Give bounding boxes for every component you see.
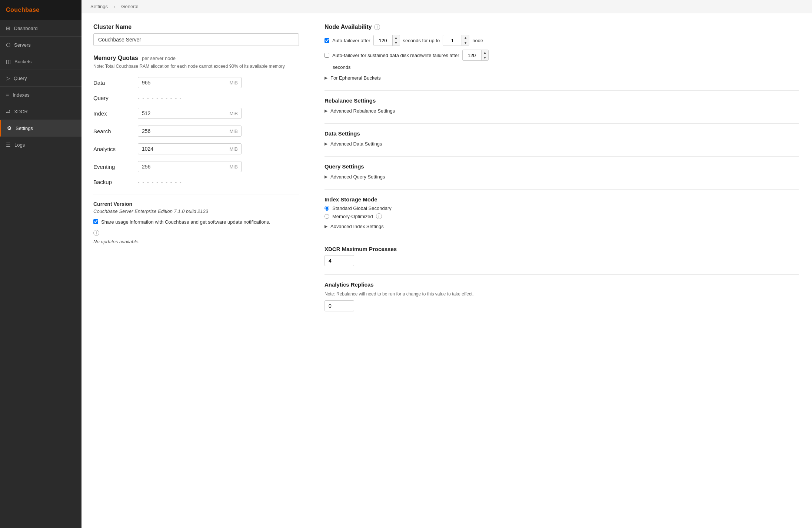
- radio-memory-input[interactable]: [325, 214, 329, 219]
- spinner-disk-up[interactable]: ▲: [482, 50, 489, 55]
- spinner-nodes-down[interactable]: ▼: [462, 40, 469, 46]
- quota-row-analytics: Analytics MiB: [93, 143, 299, 154]
- quota-unit-data: MiB: [230, 80, 238, 86]
- share-usage-label: Share usage information with Couchbase a…: [101, 218, 270, 226]
- autofailover-seconds-spinner[interactable]: ▲ ▼: [373, 35, 400, 46]
- quota-row-eventing: Eventing MiB: [93, 161, 299, 172]
- quota-input-index[interactable]: [138, 108, 242, 119]
- disk-failover-seconds-input[interactable]: [463, 50, 481, 60]
- divider-1: [325, 90, 799, 91]
- sidebar-item-logs[interactable]: ☰ Logs: [0, 137, 81, 153]
- data-settings-section: Data Settings ▶ Advanced Data Settings: [325, 130, 799, 148]
- spinner-btns-disk: ▲ ▼: [481, 50, 489, 60]
- autofailover-checkbox[interactable]: [325, 38, 329, 43]
- quota-input-data[interactable]: [138, 77, 242, 88]
- xdcr-input[interactable]: [325, 255, 354, 266]
- advanced-rebalance-row[interactable]: ▶ Advanced Rebalance Settings: [325, 107, 799, 115]
- cluster-name-input[interactable]: [93, 33, 299, 46]
- node-avail-info-icon[interactable]: i: [374, 24, 380, 30]
- breadcrumb-sep: ›: [114, 4, 115, 9]
- quota-label-eventing: Eventing: [93, 164, 138, 170]
- share-usage-checkbox[interactable]: [93, 219, 98, 224]
- sidebar-item-label: Logs: [14, 142, 25, 148]
- spinner-disk-down[interactable]: ▼: [482, 55, 489, 60]
- quota-unit-eventing: MiB: [230, 164, 238, 170]
- quota-dashes-query: - - - - - - - - - -: [138, 95, 182, 101]
- analytics-replicas-title: Analytics Replicas: [325, 281, 799, 288]
- disk-failover-checkbox[interactable]: [325, 53, 329, 58]
- radio-memory-label: Memory-Optimized: [332, 214, 373, 219]
- autofailover-nodes-spinner[interactable]: ▲ ▼: [443, 35, 469, 46]
- sidebar-item-label: Buckets: [14, 59, 31, 64]
- quota-row-query: Query - - - - - - - - - -: [93, 95, 299, 101]
- quota-input-eventing[interactable]: [138, 161, 242, 172]
- indexes-icon: ≡: [6, 92, 9, 98]
- quota-label-data: Data: [93, 80, 138, 86]
- ephemeral-buckets-row[interactable]: ▶ For Ephemeral Buckets: [325, 74, 799, 82]
- breadcrumb-settings[interactable]: Settings: [90, 4, 108, 9]
- quota-input-wrap-eventing: MiB: [138, 161, 242, 172]
- memory-quotas-header: Memory Quotas per server node Note: Tota…: [93, 55, 299, 70]
- spinner-down[interactable]: ▼: [393, 40, 400, 46]
- panels-container: Cluster Name Memory Quotas per server no…: [81, 13, 812, 528]
- data-arrow-icon: ▶: [325, 141, 327, 146]
- sidebar-item-servers[interactable]: ⬡ Servers: [0, 37, 81, 53]
- quota-unit-search: MiB: [230, 128, 238, 134]
- sidebar-item-indexes[interactable]: ≡ Indexes: [0, 87, 81, 103]
- divider-6: [325, 274, 799, 275]
- main-content: Settings › General Cluster Name Memory Q…: [81, 0, 812, 528]
- memory-quotas-note: Note: Total Couchbase RAM allocation for…: [93, 63, 299, 70]
- spinner-nodes-up[interactable]: ▲: [462, 35, 469, 40]
- servers-icon: ⬡: [6, 42, 10, 48]
- advanced-rebalance-label: Advanced Rebalance Settings: [330, 108, 395, 114]
- quota-unit-index: MiB: [230, 111, 238, 116]
- settings-icon: ⚙: [7, 125, 12, 131]
- advanced-query-label: Advanced Query Settings: [330, 174, 385, 180]
- info-icon-usage[interactable]: i: [93, 230, 99, 236]
- spinner-btns: ▲ ▼: [392, 35, 400, 46]
- divider-4: [325, 189, 799, 190]
- xdcr-icon: ⇄: [6, 108, 10, 114]
- disk-failover-seconds-spinner[interactable]: ▲ ▼: [462, 50, 489, 61]
- divider-2: [325, 123, 799, 124]
- quota-input-wrap-search: MiB: [138, 126, 242, 137]
- query-settings-title: Query Settings: [325, 163, 799, 170]
- memory-quotas-title: Memory Quotas: [93, 55, 138, 61]
- advanced-query-row[interactable]: ▶ Advanced Query Settings: [325, 173, 799, 181]
- analytics-replicas-input[interactable]: [325, 300, 354, 311]
- memory-optimized-info-icon[interactable]: i: [376, 213, 382, 219]
- sidebar-item-xdcr[interactable]: ⇄ XDCR: [0, 103, 81, 120]
- quota-input-analytics[interactable]: [138, 143, 242, 154]
- sidebar-logo: Couchbase: [0, 0, 81, 20]
- disk-failover-label: Auto-failover for sustained data disk re…: [332, 53, 459, 58]
- right-panel: Node Availability i Auto-failover after …: [311, 13, 812, 528]
- quota-label-analytics: Analytics: [93, 146, 138, 152]
- rebalance-arrow-icon: ▶: [325, 108, 327, 113]
- autofailover-seconds-input[interactable]: [374, 35, 392, 46]
- advanced-index-row[interactable]: ▶ Advanced Index Settings: [325, 222, 799, 231]
- data-settings-title: Data Settings: [325, 130, 799, 137]
- advanced-data-label: Advanced Data Settings: [330, 141, 382, 147]
- version-section: Current Version Couchbase Server Enterpr…: [93, 194, 299, 244]
- sidebar-item-dashboard[interactable]: ⊞ Dashboard: [0, 20, 81, 37]
- quota-row-backup: Backup - - - - - - - - - -: [93, 179, 299, 185]
- index-storage-section: Index Storage Mode Standard Global Secon…: [325, 196, 799, 231]
- autofailover-node-text: node: [472, 38, 483, 43]
- spinner-btns-nodes: ▲ ▼: [462, 35, 469, 46]
- rebalance-settings-title: Rebalance Settings: [325, 97, 799, 104]
- radio-standard-input[interactable]: [325, 206, 329, 211]
- quota-input-wrap-analytics: MiB: [138, 143, 242, 154]
- radio-standard-label: Standard Global Secondary: [332, 205, 392, 211]
- sidebar-item-settings[interactable]: ⚙ Settings: [0, 120, 81, 137]
- quota-label-backup: Backup: [93, 179, 138, 185]
- sidebar-item-label: Dashboard: [14, 26, 38, 31]
- autofailover-nodes-input[interactable]: [443, 35, 462, 46]
- share-usage-row: Share usage information with Couchbase a…: [93, 218, 299, 226]
- quota-unit-analytics: MiB: [230, 146, 238, 152]
- spinner-up[interactable]: ▲: [393, 35, 400, 40]
- quota-input-search[interactable]: [138, 126, 242, 137]
- sidebar-item-buckets[interactable]: ◫ Buckets: [0, 53, 81, 70]
- advanced-data-row[interactable]: ▶ Advanced Data Settings: [325, 140, 799, 148]
- sidebar-item-query[interactable]: ▷ Query: [0, 70, 81, 87]
- advanced-index-label: Advanced Index Settings: [330, 224, 384, 229]
